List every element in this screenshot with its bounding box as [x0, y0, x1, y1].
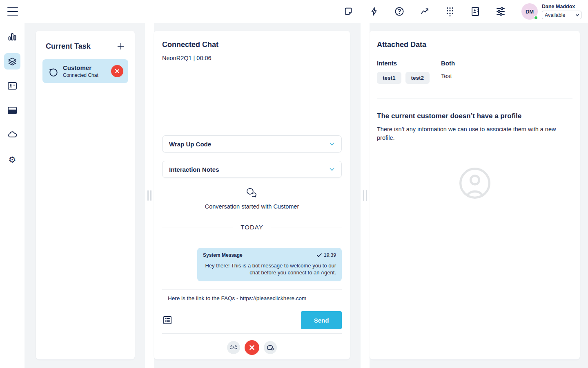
help-icon[interactable]	[394, 6, 405, 17]
section-divider	[377, 99, 572, 99]
conversation-started-text: Conversation started with Customer	[162, 203, 342, 210]
bar-chart-icon	[7, 32, 17, 42]
chevron-down-icon	[328, 140, 336, 148]
chat-bubbles-icon	[246, 188, 258, 198]
shortcuts-icon[interactable]	[369, 6, 379, 17]
add-task-button[interactable]	[116, 41, 126, 51]
contact-card-icon[interactable]	[470, 6, 481, 17]
status-select-wrap: Available	[542, 11, 581, 19]
canned-responses-icon[interactable]	[162, 315, 173, 325]
chevron-down-icon	[328, 166, 336, 173]
message-sender: System Message	[203, 252, 243, 258]
user-name: Dane Maddox	[542, 4, 581, 9]
send-button[interactable]: Send	[301, 311, 342, 329]
both-value: Test	[441, 73, 455, 79]
gear-icon: ⚙	[9, 155, 16, 164]
layers-icon	[7, 56, 17, 66]
composer-divider	[162, 289, 342, 290]
intent-tag: test1	[377, 72, 401, 84]
panel-splitter	[145, 23, 154, 368]
top-header: DM Dane Maddox Available	[0, 0, 588, 23]
panel-resize-handle[interactable]	[147, 190, 151, 201]
browser-window-icon	[7, 105, 17, 115]
sidebar-item-bar-chart[interactable]	[4, 29, 20, 45]
check-icon	[317, 253, 322, 257]
main-content: Current Task Customer Connected Chat Con…	[24, 23, 588, 368]
plus-icon	[116, 42, 125, 51]
hamburger-menu-icon[interactable]	[7, 7, 18, 16]
conversation-start-block: Conversation started with Customer	[162, 188, 342, 210]
notes-icon[interactable]	[343, 6, 354, 17]
chat-title: Connected Chat	[162, 40, 342, 49]
panel-resize-handle[interactable]	[363, 190, 367, 201]
analytics-icon[interactable]	[419, 6, 430, 17]
sidebar-item-layers[interactable]	[4, 53, 20, 70]
chat-bubble-icon	[48, 66, 59, 76]
interaction-notes-accordion[interactable]: Interaction Notes	[162, 161, 342, 178]
cloud-icon	[7, 130, 17, 140]
presence-dot	[534, 16, 538, 20]
attached-data-title: Attached Data	[377, 40, 572, 49]
connected-chat-panel: Connected Chat NeonR2Q1 | 00:06 Wrap Up …	[154, 31, 350, 359]
panel-splitter	[361, 23, 370, 368]
actions-divider	[162, 333, 342, 334]
no-profile-heading: The current customer doesn’t have a prof…	[377, 112, 572, 120]
attached-data-panel: Attached Data Intents test1 test2 Both T…	[370, 31, 580, 359]
empty-profile-icon	[377, 166, 572, 200]
sidebar-item-browser[interactable]	[4, 102, 20, 119]
sidebar-item-settings[interactable]: ⚙	[4, 151, 20, 168]
message-time: 19:39	[324, 252, 336, 258]
contact-card-icon	[7, 81, 17, 91]
avatar[interactable]: DM	[521, 3, 538, 20]
system-message-bubble: System Message 19:39 Hey there! This is …	[197, 248, 342, 281]
left-sidebar: ⚙	[0, 23, 24, 368]
header-icon-bar	[343, 6, 506, 17]
task-card-customer[interactable]: Customer Connected Chat	[42, 59, 128, 83]
close-icon	[115, 69, 120, 74]
interaction-notes-label: Interaction Notes	[169, 166, 219, 173]
close-icon	[249, 345, 255, 350]
message-text: Hey there! This is a bot message to welc…	[203, 262, 336, 276]
day-divider-label: TODAY	[241, 224, 263, 231]
intent-tag: test2	[405, 72, 430, 84]
transfer-icon	[230, 345, 237, 350]
filters-icon[interactable]	[495, 6, 506, 17]
wrap-up-code-label: Wrap Up Code	[169, 141, 211, 148]
close-task-button[interactable]	[111, 65, 123, 77]
bot-handover-button[interactable]	[264, 341, 277, 354]
day-divider: TODAY	[162, 224, 342, 231]
current-task-title: Current Task	[46, 42, 91, 51]
no-profile-body: There isn’t any information we can use t…	[377, 125, 572, 142]
both-label: Both	[441, 60, 455, 67]
avatar-initials: DM	[526, 9, 534, 15]
dialpad-icon[interactable]	[445, 6, 455, 17]
sidebar-item-contacts[interactable]	[4, 78, 20, 94]
task-type: Connected Chat	[63, 72, 98, 78]
intents-label: Intents	[377, 60, 441, 67]
wrap-up-code-accordion[interactable]: Wrap Up Code	[162, 135, 342, 153]
sidebar-item-cloud[interactable]	[4, 127, 20, 143]
transfer-chat-button[interactable]	[227, 341, 240, 354]
task-name: Customer	[63, 64, 98, 71]
chat-subtitle: NeonR2Q1 | 00:06	[162, 55, 342, 61]
status-select[interactable]: Available	[542, 11, 581, 19]
end-chat-button[interactable]	[245, 340, 259, 355]
current-task-panel: Current Task Customer Connected Chat	[36, 31, 135, 359]
message-input[interactable]: Here is the link to the FAQs - https://p…	[162, 295, 342, 302]
bot-device-icon	[267, 344, 274, 351]
